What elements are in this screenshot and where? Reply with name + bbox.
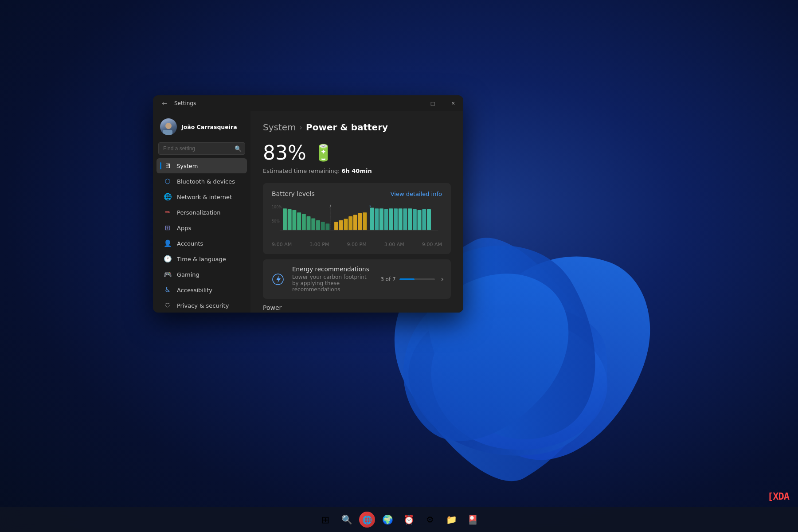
svg-rect-8 [292, 210, 296, 231]
network-icon: 🌐 [164, 193, 172, 201]
svg-rect-28 [394, 208, 398, 230]
svg-rect-29 [399, 208, 403, 230]
svg-text:100%: 100% [272, 205, 282, 209]
nav-item-bluetooth[interactable]: ⬡ Bluetooth & devices [156, 174, 247, 189]
energy-rec-title: Energy recommendations [292, 266, 374, 273]
taskbar-app-1[interactable]: 🌍 [379, 511, 396, 528]
user-name: João Carrasqueira [181, 124, 237, 130]
taskbar-search[interactable]: 🔍 [338, 511, 356, 528]
energy-text: Energy recommendations Lower your carbon… [292, 266, 374, 293]
svg-rect-22 [363, 212, 367, 230]
nav-label-accessibility: Accessibility [177, 287, 212, 293]
svg-rect-12 [311, 219, 315, 231]
svg-rect-13 [316, 220, 320, 230]
nav-item-network[interactable]: 🌐 Network & internet [156, 189, 247, 204]
battery-header: 83% 🔋 [263, 141, 451, 164]
time-icon: 🕐 [164, 255, 172, 263]
energy-icon [270, 271, 286, 287]
breadcrumb-current: Power & battery [306, 122, 388, 133]
breadcrumb-parent[interactable]: System [263, 122, 296, 133]
svg-rect-33 [418, 210, 422, 231]
taskbar-app-3[interactable]: 🎴 [464, 511, 481, 528]
nav-item-apps[interactable]: ⊞ Apps [156, 220, 247, 235]
svg-rect-34 [422, 209, 426, 230]
window-title: Settings [174, 100, 196, 106]
nav-item-gaming[interactable]: 🎮 Gaming [156, 267, 247, 282]
svg-rect-15 [325, 223, 329, 230]
svg-rect-20 [353, 215, 357, 230]
svg-rect-14 [321, 222, 325, 231]
view-detailed-link[interactable]: View detailed info [391, 191, 442, 197]
back-button[interactable]: ← [158, 97, 171, 110]
svg-text:⚡: ⚡ [329, 204, 332, 208]
nav-label-personalization: Personalization [177, 209, 221, 216]
breadcrumb: System › Power & battery [263, 122, 451, 133]
nav-label-accounts: Accounts [177, 240, 203, 247]
nav-item-personalization[interactable]: ✏ Personalization [156, 205, 247, 220]
battery-estimate-label: Estimated time remaining: [263, 168, 340, 174]
search-input[interactable] [158, 142, 245, 155]
chart-header: Battery levels View detailed info [272, 190, 442, 197]
gaming-icon: 🎮 [164, 270, 172, 278]
svg-rect-23 [370, 207, 374, 230]
battery-chart-section: Battery levels View detailed info 100% 5… [263, 183, 451, 254]
svg-rect-18 [344, 219, 348, 230]
svg-text:50%: 50% [272, 219, 280, 223]
taskbar-app-2[interactable]: ⏰ [400, 511, 418, 528]
svg-rect-24 [375, 208, 379, 230]
battery-estimate: Estimated time remaining: 6h 40min [263, 168, 451, 174]
nav-label-apps: Apps [177, 225, 191, 231]
svg-rect-16 [334, 222, 338, 231]
search-icon: 🔍 [235, 145, 242, 152]
nav-label-system: System [176, 163, 198, 169]
system-icon: 🖥 [163, 162, 171, 170]
battery-icon: 🔋 [313, 144, 333, 162]
nav-item-accessibility[interactable]: ♿ Accessibility [156, 282, 247, 297]
avatar [160, 118, 177, 135]
nav-label-network: Network & internet [177, 194, 232, 200]
taskbar-start-button[interactable]: ⊞ [317, 511, 334, 528]
maximize-button[interactable]: □ [422, 95, 443, 111]
svg-rect-7 [288, 209, 292, 230]
battery-percent: 83% [263, 141, 306, 164]
sidebar: João Carrasqueira 🔍 🖥 System ⬡ Bluetooth… [153, 111, 250, 313]
nav-item-accounts[interactable]: 👤 Accounts [156, 236, 247, 251]
energy-chevron-icon: › [441, 275, 444, 283]
accounts-icon: 👤 [164, 239, 172, 247]
taskbar: ⊞ 🔍 🌐 🌍 ⏰ ⚙ 📁 🎴 [0, 507, 798, 532]
chart-label-3: 9:00 PM [347, 242, 366, 247]
settings-window: ← Settings — □ ✕ João Carrasqueir [153, 95, 463, 313]
search-box: 🔍 [158, 142, 245, 155]
nav-item-system[interactable]: 🖥 System [156, 158, 247, 173]
minimize-button[interactable]: — [402, 95, 422, 111]
user-section: João Carrasqueira [153, 115, 250, 141]
chart-label-2: 3:00 PM [309, 242, 329, 247]
chart-label-1: 9:00 AM [272, 242, 292, 247]
taskbar-browser-vivaldi[interactable]: 🌐 [359, 512, 375, 528]
window-body: João Carrasqueira 🔍 🖥 System ⬡ Bluetooth… [153, 111, 463, 313]
nav-item-privacy[interactable]: 🛡 Privacy & security [156, 298, 247, 313]
breadcrumb-separator: › [300, 123, 302, 132]
nav-label-gaming: Gaming [177, 271, 200, 278]
title-bar: ← Settings — □ ✕ [153, 95, 463, 111]
nav-item-time[interactable]: 🕐 Time & language [156, 251, 247, 266]
battery-chart: 100% 50% ⚡ ⚡ [272, 203, 442, 247]
svg-rect-25 [379, 208, 383, 230]
main-panel: System › Power & battery 83% 🔋 Estimated… [250, 111, 463, 313]
close-button[interactable]: ✕ [443, 95, 463, 111]
nav-label-privacy: Privacy & security [177, 302, 229, 309]
taskbar-settings[interactable]: ⚙ [421, 511, 439, 528]
svg-rect-31 [408, 208, 412, 230]
nav-label-time: Time & language [177, 256, 226, 262]
battery-estimate-value: 6h 40min [341, 168, 372, 174]
svg-rect-26 [384, 209, 388, 230]
chart-label-5: 9:00 AM [422, 242, 442, 247]
energy-progress: 3 of 7 [380, 276, 434, 282]
svg-rect-17 [339, 220, 343, 230]
privacy-icon: 🛡 [164, 301, 172, 309]
energy-recommendations-card[interactable]: Energy recommendations Lower your carbon… [263, 259, 451, 299]
svg-rect-11 [307, 216, 311, 230]
svg-rect-30 [403, 208, 407, 230]
xda-logo: [XDA [767, 491, 789, 502]
taskbar-files[interactable]: 📁 [442, 511, 460, 528]
